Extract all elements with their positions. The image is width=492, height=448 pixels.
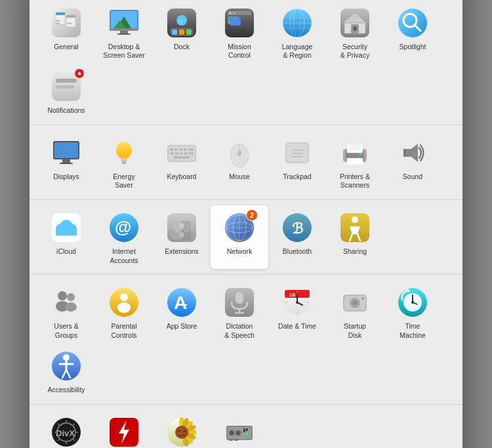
- pref-icon-network: 2: [222, 211, 256, 245]
- pref-label-sound: Sound: [403, 173, 422, 182]
- svg-rect-72: [174, 156, 190, 159]
- svg-rect-49: [56, 91, 72, 94]
- svg-point-191: [184, 430, 186, 432]
- svg-rect-78: [287, 144, 308, 162]
- pref-item-language[interactable]: Language& Region: [268, 1, 326, 64]
- pref-icon-icloud: [49, 211, 83, 245]
- section-internet: iCloud @ InternetAccounts: [30, 200, 462, 275]
- pref-icon-startup: [338, 285, 372, 319]
- pref-icon-accessibility: [49, 349, 83, 383]
- svg-rect-14: [120, 31, 128, 33]
- svg-rect-200: [243, 432, 245, 436]
- pref-item-internet-accounts[interactable]: @ InternetAccounts: [95, 205, 153, 269]
- pref-item-datetime[interactable]: 18 Date & Time: [268, 280, 326, 344]
- pref-item-startup[interactable]: StartupDisk: [326, 280, 384, 344]
- pref-icon-mission: [222, 6, 256, 40]
- pref-item-network[interactable]: 2 Network: [211, 205, 268, 269]
- pref-label-security: Security& Privacy: [340, 43, 369, 60]
- pref-item-spotlight[interactable]: Spotlight: [384, 1, 441, 64]
- svg-text:@: @: [115, 217, 131, 237]
- pref-item-accessibility[interactable]: Accessibility: [37, 344, 95, 399]
- pref-item-keyboard[interactable]: Keyboard: [153, 131, 211, 194]
- pref-icon-timemachine: [396, 285, 430, 319]
- svg-rect-19: [179, 30, 184, 35]
- pref-label-sharing: Sharing: [343, 247, 367, 256]
- svg-rect-66: [188, 148, 194, 151]
- pref-icon-language: [280, 6, 314, 40]
- other-icons-grid: DivX DivX: [37, 410, 455, 448]
- pref-label-language: Language& Region: [282, 43, 313, 60]
- svg-rect-20: [186, 30, 192, 35]
- pref-icon-spotlight: [396, 6, 430, 40]
- pref-label-general: General: [54, 43, 78, 52]
- pref-label-mission: MissionControl: [228, 43, 251, 60]
- pref-item-general[interactable]: File New Doc Prefs General: [37, 1, 95, 64]
- pref-item-displays[interactable]: Displays: [37, 131, 95, 194]
- section-other: DivX DivX: [30, 405, 462, 448]
- svg-rect-52: [62, 159, 70, 163]
- internet-icons-grid: iCloud @ InternetAccounts: [37, 205, 455, 269]
- pref-item-mission[interactable]: MissionControl: [211, 1, 268, 64]
- pref-item-dictation[interactable]: Dictation& Speech: [211, 280, 268, 344]
- pref-item-growl[interactable]: Growl: [153, 410, 211, 448]
- pref-label-startup: StartupDisk: [344, 322, 366, 340]
- svg-rect-64: [179, 148, 182, 151]
- pref-item-divx[interactable]: DivX DivX: [37, 410, 95, 448]
- pref-item-maudio[interactable]: M-AudioFast Track Pro: [211, 410, 268, 448]
- svg-point-122: [58, 291, 67, 300]
- pref-label-notifications: Notifications: [47, 106, 85, 115]
- svg-point-43: [398, 9, 427, 37]
- svg-rect-63: [174, 148, 178, 151]
- pref-label-bluetooth: Bluetooth: [283, 247, 312, 256]
- pref-item-dock[interactable]: ⌂ Dock: [153, 1, 211, 64]
- pref-item-mouse[interactable]: Mouse: [211, 131, 268, 194]
- pref-item-sharing[interactable]: Sharing: [326, 205, 384, 269]
- svg-rect-29: [233, 12, 236, 14]
- pref-label-displays: Displays: [53, 173, 79, 182]
- svg-point-124: [67, 293, 75, 301]
- pref-item-security[interactable]: Security& Privacy: [326, 1, 384, 64]
- personal-icons-grid: File New Doc Prefs General: [37, 1, 455, 119]
- svg-rect-85: [347, 158, 363, 165]
- pref-item-energy[interactable]: EnergySaver: [95, 131, 153, 194]
- pref-item-bluetooth[interactable]: ℬ Bluetooth: [268, 205, 326, 269]
- pref-item-notifications[interactable]: ● Notifications: [37, 64, 95, 119]
- svg-text:DivX: DivX: [56, 428, 75, 438]
- hardware-icons-grid: Displays: [37, 131, 455, 194]
- pref-item-printers[interactable]: Printers &Scanners: [326, 131, 384, 194]
- pref-item-parental[interactable]: ParentalControls: [95, 280, 153, 344]
- svg-point-197: [237, 432, 240, 435]
- pref-icon-sharing: [338, 211, 372, 245]
- svg-rect-67: [170, 152, 174, 155]
- svg-text:File: File: [58, 14, 62, 18]
- section-system: Users &Groups ParentalControls: [30, 275, 462, 405]
- pref-item-sound[interactable]: Sound: [384, 131, 441, 194]
- pref-label-desktop: Desktop &Screen Saver: [103, 43, 145, 60]
- svg-rect-53: [60, 163, 73, 164]
- pref-label-printers: Printers &Scanners: [340, 173, 370, 190]
- svg-point-108: [179, 232, 184, 237]
- svg-point-195: [230, 432, 234, 435]
- svg-point-142: [296, 301, 298, 304]
- svg-rect-97: [56, 230, 77, 234]
- pref-item-desktop[interactable]: Desktop &Screen Saver: [95, 1, 153, 64]
- pref-item-timemachine[interactable]: TimeMachine: [384, 280, 441, 344]
- pref-icon-dock: ⌂: [165, 6, 199, 40]
- pref-icon-security: [338, 6, 372, 40]
- pref-label-mouse: Mouse: [229, 173, 250, 182]
- pref-item-extensions[interactable]: Extensions: [153, 205, 211, 269]
- pref-item-users[interactable]: Users &Groups: [37, 280, 95, 344]
- pref-label-icloud: iCloud: [56, 247, 76, 256]
- pref-icon-maudio: [222, 415, 256, 448]
- pref-item-trackpad[interactable]: Trackpad: [268, 131, 326, 194]
- pref-item-flashplayer[interactable]: Flash Player: [95, 410, 153, 448]
- svg-rect-48: [56, 85, 74, 89]
- svg-rect-71: [189, 152, 194, 155]
- svg-rect-26: [230, 18, 241, 26]
- pref-item-icloud[interactable]: iCloud: [37, 205, 95, 269]
- pref-icon-trackpad: [280, 136, 314, 170]
- pref-item-appstore[interactable]: A App Store: [153, 280, 211, 344]
- svg-rect-42: [354, 29, 356, 31]
- svg-rect-28: [229, 12, 232, 14]
- pref-icon-keyboard: [165, 136, 199, 170]
